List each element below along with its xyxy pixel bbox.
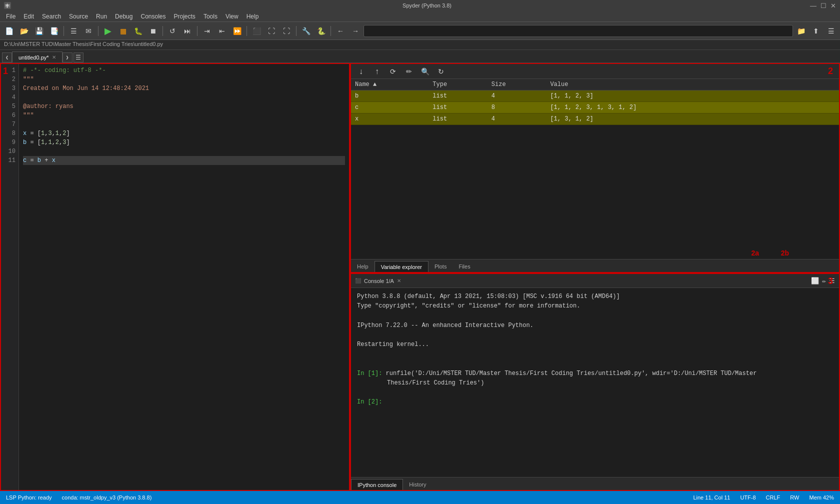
toggle-button[interactable]: ⬛ bbox=[250, 24, 264, 38]
status-eol: CRLF bbox=[766, 494, 780, 500]
maximize-button[interactable]: ☐ bbox=[820, 2, 826, 10]
restart-button[interactable]: ↺ bbox=[166, 24, 180, 38]
code-content[interactable]: # -*- coding: utf-8 -*- """ Created on M… bbox=[19, 64, 349, 490]
editor-tabs: ❮ untitled0.py* ✕ ❯ ☰ bbox=[0, 50, 840, 63]
console-line-2: Type "copyright", "credits" or "license"… bbox=[357, 302, 833, 311]
var-edit-button[interactable]: ✏ bbox=[402, 64, 416, 78]
var-value-c: [1, 1, 2, 3, 1, 3, 1, 2] bbox=[546, 102, 839, 114]
menu-search[interactable]: Search bbox=[38, 12, 65, 21]
run-forward-button[interactable]: ⏩ bbox=[230, 24, 244, 38]
var-row-b[interactable]: b list 4 [1, 1, 2, 3] bbox=[351, 90, 839, 102]
indent-button[interactable]: ⇥ bbox=[200, 24, 214, 38]
unindent-button[interactable]: ⇤ bbox=[215, 24, 229, 38]
tab-files[interactable]: Files bbox=[452, 261, 476, 272]
fullscreen-button[interactable]: ⛶ bbox=[280, 24, 294, 38]
minimize-button[interactable]: — bbox=[810, 2, 816, 10]
var-row-x[interactable]: x list 4 [1, 3, 1, 2] bbox=[351, 114, 839, 125]
close-button[interactable]: ✕ bbox=[830, 2, 836, 10]
var-type-c: list bbox=[428, 102, 488, 114]
status-right: Line 11, Col 11 UTF-8 CRLF RW Mem 42% bbox=[693, 494, 834, 500]
stop-button[interactable]: ⏹ bbox=[146, 24, 160, 38]
annotation-2: 2 bbox=[828, 66, 833, 76]
line-num-7: 7 bbox=[1, 120, 18, 129]
code-line-10 bbox=[23, 147, 345, 156]
path-input[interactable]: D:\Uni\MSTER TUD\Master Thesis\First Cod… bbox=[364, 25, 793, 37]
save-button[interactable]: 💾 bbox=[32, 24, 46, 38]
tab-plots[interactable]: Plots bbox=[428, 261, 452, 272]
email-button[interactable]: ✉ bbox=[82, 24, 96, 38]
code-line-6: """ bbox=[23, 111, 345, 120]
options-button[interactable]: ☰ bbox=[824, 24, 838, 38]
line-num-11: 11 bbox=[1, 156, 18, 165]
new-file-button[interactable]: 📄 bbox=[2, 24, 16, 38]
title-bar: 🕷 Spyder (Python 3.8) — ☐ ✕ bbox=[0, 0, 840, 11]
var-export-button[interactable]: ↑ bbox=[370, 64, 384, 78]
code-line-1: # -*- coding: utf-8 -*- bbox=[23, 66, 345, 75]
run-button[interactable]: ▶ bbox=[101, 24, 115, 38]
editor-prev-tab[interactable]: ❮ bbox=[2, 52, 12, 62]
tab-plots-label: Plots bbox=[434, 264, 446, 270]
browse-button[interactable]: 📁 bbox=[794, 24, 808, 38]
open-file-button[interactable]: 📂 bbox=[17, 24, 31, 38]
tab-variable-explorer[interactable]: Variable explorer bbox=[374, 261, 428, 272]
back-button[interactable]: ← bbox=[334, 24, 348, 38]
menu-debug[interactable]: Debug bbox=[111, 12, 136, 21]
sep7 bbox=[330, 26, 331, 36]
console-maximize-button[interactable]: ⬜ bbox=[811, 277, 819, 285]
code-line-7 bbox=[23, 120, 345, 129]
step-button[interactable]: ⏭ bbox=[180, 24, 194, 38]
maximize-editor-button[interactable]: ⛶ bbox=[264, 24, 278, 38]
line-num-10: 10 bbox=[1, 147, 18, 156]
menu-run[interactable]: Run bbox=[92, 12, 111, 21]
status-position: Line 11, Col 11 bbox=[693, 494, 730, 500]
menu-edit[interactable]: Edit bbox=[20, 12, 38, 21]
editor-next-tab[interactable]: ❯ bbox=[62, 52, 72, 62]
var-reset-button[interactable]: ↻ bbox=[434, 64, 448, 78]
tab-help[interactable]: Help bbox=[351, 261, 374, 272]
col-type[interactable]: Type bbox=[428, 79, 488, 90]
menu-source[interactable]: Source bbox=[65, 12, 92, 21]
var-refresh-button[interactable]: ⟳ bbox=[386, 64, 400, 78]
sep5 bbox=[246, 26, 247, 36]
go-up-button[interactable]: ⬆ bbox=[809, 24, 823, 38]
col-size[interactable]: Size bbox=[488, 79, 546, 90]
preferences-button[interactable]: ☰ bbox=[66, 24, 80, 38]
var-row-c[interactable]: c list 8 [1, 1, 2, 3, 1, 3, 1, 2] bbox=[351, 102, 839, 114]
console-header: ⬛ Console 1/A ✕ ⬜ ✏ ☰ bbox=[351, 274, 839, 288]
var-search-button[interactable]: 🔍 bbox=[418, 64, 432, 78]
console-body[interactable]: Python 3.8.8 (default, Apr 13 2021, 15:0… bbox=[351, 288, 839, 477]
var-size-x: 4 bbox=[488, 114, 546, 125]
settings-button[interactable]: 🔧 bbox=[299, 24, 313, 38]
menu-view[interactable]: View bbox=[222, 12, 242, 21]
editor-tab-close[interactable]: ✕ bbox=[52, 54, 56, 60]
col-value[interactable]: Value bbox=[546, 79, 839, 90]
editor-tab-menu[interactable]: ☰ bbox=[74, 52, 84, 62]
main-layout: 1 1 2 3 4 5 6 7 8 9 10 11 # -*- coding: … bbox=[0, 63, 840, 491]
editor-tab-untitled0[interactable]: untitled0.py* ✕ bbox=[12, 52, 62, 62]
console-tab-close[interactable]: ✕ bbox=[397, 278, 401, 284]
line-num-3: 3 bbox=[1, 84, 18, 93]
tab-ipython-console[interactable]: IPython console bbox=[351, 479, 403, 490]
var-name-b: b bbox=[351, 90, 428, 102]
save-all-button[interactable]: 📑 bbox=[47, 24, 61, 38]
python-button[interactable]: 🐍 bbox=[314, 24, 328, 38]
menu-projects[interactable]: Projects bbox=[170, 12, 200, 21]
menu-file[interactable]: File bbox=[2, 12, 20, 21]
console-edit-button[interactable]: ✏ bbox=[822, 277, 826, 285]
tab-variable-explorer-label: Variable explorer bbox=[381, 264, 422, 270]
run-cell-button[interactable]: ▦ bbox=[116, 24, 130, 38]
col-name[interactable]: Name ▲ bbox=[351, 79, 428, 90]
code-line-2: """ bbox=[23, 75, 345, 84]
menu-tools[interactable]: Tools bbox=[200, 12, 222, 21]
var-import-button[interactable]: ↓ bbox=[354, 64, 368, 78]
forward-button[interactable]: → bbox=[348, 24, 362, 38]
menu-help[interactable]: Help bbox=[242, 12, 263, 21]
status-bar: LSP Python: ready conda: mstr_oldpy_v3 (… bbox=[0, 491, 840, 504]
debug-button[interactable]: 🐛 bbox=[131, 24, 145, 38]
right-panel: 2 ↓ ↑ ⟳ ✏ 🔍 ↻ Name ▲ Type Size Value bbox=[350, 63, 840, 491]
tab-history[interactable]: History bbox=[403, 479, 432, 490]
var-size-c: 8 bbox=[488, 102, 546, 114]
tab-files-label: Files bbox=[458, 264, 470, 270]
console-line-10: Thesis/First Coding Tries') bbox=[357, 378, 833, 388]
menu-consoles[interactable]: Consoles bbox=[136, 12, 170, 21]
